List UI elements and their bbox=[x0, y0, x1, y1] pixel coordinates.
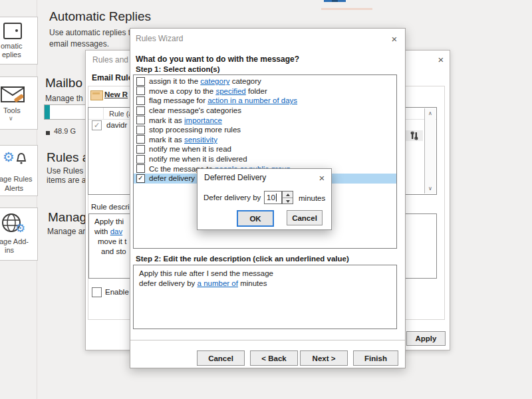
sidebar-button-add-ins[interactable]: ⚙ age Add- ins bbox=[0, 207, 38, 261]
action-label: mark it as sensitivity bbox=[149, 136, 217, 144]
bullet-icon bbox=[46, 131, 50, 135]
apply-button[interactable]: Apply bbox=[406, 331, 446, 346]
action-checkbox[interactable] bbox=[136, 155, 145, 164]
minutes-stepper[interactable] bbox=[282, 191, 293, 204]
chevron-down-icon: ∨ bbox=[9, 115, 13, 122]
action-checkbox[interactable] bbox=[136, 126, 145, 134]
underlined-value-link[interactable]: a number of bbox=[198, 279, 238, 287]
actions-tools-icon bbox=[410, 131, 419, 140]
sidebar-label: omatic bbox=[1, 42, 22, 50]
action-row[interactable]: flag message for action in a number of d… bbox=[134, 96, 396, 106]
action-label: notify me when it is read bbox=[149, 145, 231, 153]
stepper-down-icon bbox=[283, 198, 293, 204]
action-label: flag message for action in a number of d… bbox=[149, 96, 297, 104]
mailbox-usage-bar bbox=[44, 104, 86, 120]
action-row[interactable]: mark it as importance bbox=[134, 115, 396, 125]
ok-button[interactable]: OK bbox=[237, 210, 274, 227]
rule-row-actions-cell bbox=[406, 130, 423, 141]
close-icon[interactable]: × bbox=[434, 54, 448, 66]
scroll-up-icon: ∧ bbox=[425, 108, 436, 116]
sidebar-label: ins bbox=[5, 246, 14, 254]
sidebar-button-tools[interactable]: Tools ∨ bbox=[0, 76, 38, 130]
underlined-value-link[interactable]: specified bbox=[215, 87, 245, 95]
action-row[interactable]: mark it as sensitivity bbox=[134, 135, 396, 145]
top-accent-line bbox=[324, 0, 346, 2]
wizard-question: What do you want to do with the message? bbox=[136, 55, 299, 64]
new-rule-button[interactable]: New R bbox=[104, 90, 128, 98]
action-row[interactable]: stop processing more rules bbox=[134, 125, 396, 135]
sidebar-label: age Rules bbox=[0, 175, 33, 183]
rule-desc-line: with dav bbox=[94, 227, 122, 235]
action-checkbox[interactable]: ✓ bbox=[136, 174, 145, 183]
step2-label: Step 2: Edit the rule description (click… bbox=[136, 255, 349, 263]
action-checkbox[interactable] bbox=[136, 106, 145, 115]
action-checkbox[interactable] bbox=[136, 86, 145, 95]
action-label: assign it to the category category bbox=[149, 77, 261, 85]
storage-value: 48.9 G bbox=[54, 127, 76, 135]
page-heading-rules: Rules a bbox=[47, 150, 89, 165]
cancel-button[interactable]: Cancel bbox=[197, 350, 245, 366]
footer-separator bbox=[130, 340, 405, 340]
auto-reply-icon bbox=[3, 23, 22, 39]
action-label: move a copy to the specified folder bbox=[149, 87, 267, 95]
underlined-value-link[interactable]: importance bbox=[184, 116, 222, 124]
wizard-desc-line: Apply this rule after I send the message bbox=[139, 269, 273, 277]
action-row[interactable]: notify me when it is delivered bbox=[134, 154, 396, 164]
mailbox-usage-fill bbox=[45, 105, 50, 119]
page-heading-automatic-replies: Automatic Replies bbox=[49, 9, 151, 24]
rule-description-editor: Apply this rule after I send the message… bbox=[133, 265, 397, 329]
action-label: clear message's categories bbox=[149, 106, 241, 114]
tab-email-rules[interactable]: Email Rule bbox=[92, 73, 132, 82]
minutes-input[interactable]: 10 bbox=[264, 191, 282, 204]
action-row[interactable]: move a copy to the specified folder bbox=[134, 86, 396, 96]
sidebar-label: Tools bbox=[3, 106, 21, 114]
action-row[interactable]: clear message's categories bbox=[134, 106, 396, 116]
action-row[interactable]: notify me when it is read bbox=[134, 144, 396, 154]
sidebar-button-rules-alerts[interactable]: ⚙ age Rules Alerts bbox=[0, 145, 38, 196]
mail-tools-icon bbox=[1, 86, 26, 104]
dialog-title: Rules and A bbox=[92, 55, 136, 65]
action-label: notify me when it is delivered bbox=[149, 155, 247, 163]
sidebar-label: Alerts bbox=[5, 184, 23, 192]
rules-description: Use Rules a bbox=[47, 166, 90, 176]
scroll-down-icon: ∨ bbox=[425, 186, 436, 192]
action-checkbox[interactable] bbox=[136, 145, 145, 154]
action-checkbox[interactable] bbox=[136, 164, 145, 173]
auto-replies-description: Use automatic replies to bbox=[49, 28, 135, 37]
cancel-button[interactable]: Cancel bbox=[287, 210, 323, 225]
underlined-value-link[interactable]: action in a number of days bbox=[207, 96, 297, 104]
action-label: mark it as importance bbox=[149, 116, 222, 124]
stepper-up-icon bbox=[283, 192, 293, 198]
mailbox-description: Manage th bbox=[45, 94, 83, 103]
next-button[interactable]: Next > bbox=[300, 350, 348, 366]
sidebar-label: age Add- bbox=[0, 237, 29, 245]
action-checkbox[interactable] bbox=[136, 135, 145, 144]
back-button[interactable]: < Back bbox=[250, 350, 298, 366]
rules-list-scrollbar[interactable]: ∧ ∨ bbox=[424, 108, 436, 194]
finish-button[interactable]: Finish bbox=[353, 350, 398, 366]
enable-checkbox[interactable] bbox=[92, 287, 102, 297]
rule-row-name: davidr bbox=[106, 121, 127, 129]
action-row[interactable]: assign it to the category category bbox=[134, 76, 396, 86]
close-icon[interactable]: × bbox=[388, 33, 401, 45]
step1-label: Step 1: Select action(s) bbox=[136, 65, 220, 73]
action-checkbox[interactable] bbox=[136, 77, 145, 86]
sidebar-label: eplies bbox=[2, 51, 21, 59]
rules-description: items are a bbox=[47, 176, 86, 185]
action-checkbox[interactable] bbox=[136, 116, 145, 124]
gear-icon: ⚙ bbox=[3, 150, 15, 164]
dialog-title: Rules Wizard bbox=[136, 34, 183, 43]
wizard-desc-line: defer delivery by a number of minutes bbox=[139, 279, 267, 287]
sidebar-button-automatic-replies[interactable]: omatic eplies bbox=[0, 17, 38, 65]
deferred-delivery-dialog: Deferred Delivery × Defer delivery by 10… bbox=[197, 168, 332, 230]
underlined-value-link[interactable]: sensitivity bbox=[184, 136, 217, 144]
rule-desc-line: and sto bbox=[101, 247, 126, 255]
defer-delivery-label: Defer delivery by bbox=[203, 194, 261, 201]
bell-icon bbox=[15, 152, 27, 168]
close-icon[interactable]: × bbox=[315, 172, 329, 184]
action-checkbox[interactable] bbox=[136, 96, 145, 105]
underlined-value-link[interactable]: category bbox=[200, 77, 229, 85]
underlined-value-link[interactable]: dav bbox=[110, 227, 123, 235]
rule-row-checkbox[interactable]: ✓ bbox=[92, 120, 102, 130]
rule-description-label: Rule descri bbox=[91, 203, 130, 211]
